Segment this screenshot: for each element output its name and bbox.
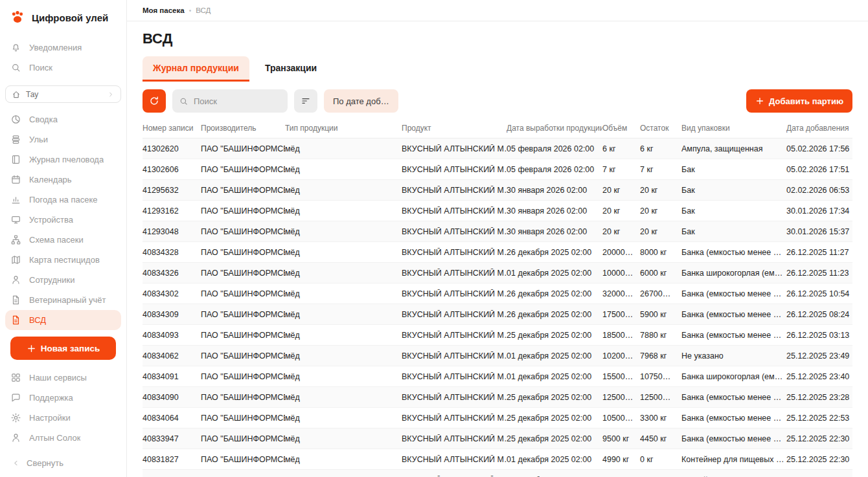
- sidebar-item-profile[interactable]: Алтын Солок: [0, 428, 126, 448]
- sidebar-item-settings[interactable]: Настройки: [0, 408, 126, 428]
- cell-added: 26.12.2025 08:24: [786, 310, 852, 319]
- sidebar-item-label: Карта пестицидов: [29, 255, 100, 265]
- cell-remainder: 4450 кг: [640, 434, 681, 443]
- cell-remainder: 20 кг: [640, 227, 681, 236]
- sidebar-item-scheme[interactable]: Схема пасеки: [0, 230, 126, 250]
- cell-remainder: 8000 кг: [640, 248, 681, 257]
- product-journal-table: Номер записиПроизводительТип продукцииПр…: [143, 118, 852, 477]
- cell-id: 40834064: [143, 414, 201, 423]
- cell-volume: 7 кг: [602, 165, 640, 174]
- table-row[interactable]: 40834328ПАО "БАШИНФОРМСВЯЗ…мёдВКУСНЫЙ АЛ…: [143, 242, 852, 263]
- sidebar-item-vet-records[interactable]: Ветеринарный учёт: [0, 290, 126, 310]
- table-row[interactable]: 40834090ПАО "БАШИНФОРМСВЯЗ…мёдВКУСНЫЙ АЛ…: [143, 387, 852, 408]
- collapse-sidebar-button[interactable]: Свернуть: [0, 452, 126, 477]
- sidebar-item-vsd[interactable]: ВСД: [5, 310, 121, 330]
- tabs: Журнал продукцииТранзакции: [143, 56, 852, 82]
- plus-icon: [27, 344, 36, 353]
- table-row[interactable]: 40834326ПАО "БАШИНФОРМСВЯЗ…мёдВКУСНЫЙ АЛ…: [143, 263, 852, 283]
- cell-id: 40834328: [143, 248, 201, 257]
- refresh-button[interactable]: [143, 89, 166, 113]
- sidebar-item-support[interactable]: Поддержка: [0, 388, 126, 408]
- sidebar-item-search[interactable]: Поиск: [0, 58, 126, 78]
- cell-volume: 9500 кг: [602, 434, 640, 443]
- cell-manufacturer: ПАО "БАШИНФОРМСВЯЗ…: [201, 393, 285, 402]
- cell-added: 26.12.2025 03:13: [786, 331, 852, 340]
- sidebar-item-label: Алтын Солок: [29, 433, 80, 443]
- cell-packaging: Банка (емкостью менее …: [681, 393, 786, 402]
- cell-packaging: Банка (емкостью менее …: [681, 434, 786, 443]
- sidebar-item-label: Календарь: [29, 175, 72, 184]
- sort-field-chip[interactable]: По дате доб…: [324, 89, 398, 113]
- cell-volume: 18500…: [602, 331, 640, 340]
- table-row[interactable]: 40834091ПАО "БАШИНФОРМСВЯЗ…мёдВКУСНЫЙ АЛ…: [143, 366, 852, 387]
- table-row[interactable]: 40834309ПАО "БАШИНФОРМСВЯЗ…мёдВКУСНЫЙ АЛ…: [143, 304, 852, 325]
- cell-manufacturer: ПАО "БАШИНФОРМСВЯЗ…: [201, 206, 285, 216]
- cell-packaging: Банка широкогорлая (ем…: [681, 269, 786, 278]
- cell-remainder: 7880 кг: [640, 331, 681, 340]
- cell-volume: 20000…: [602, 248, 640, 257]
- cell-produced: 25 декабря 2025 02:00: [507, 434, 602, 443]
- cell-type: мёд: [285, 351, 402, 361]
- cell-type: мёд: [285, 227, 402, 236]
- tab-production-journal[interactable]: Журнал продукции: [143, 56, 249, 82]
- sidebar-item-weather[interactable]: Погода на пасеке: [0, 190, 126, 210]
- table-row[interactable]: 41295632ПАО "БАШИНФОРМСВЯЗ…мёдВКУСНЫЙ АЛ…: [143, 180, 852, 201]
- cell-volume: 15500…: [602, 372, 640, 381]
- search-input[interactable]: [194, 96, 281, 106]
- table-row[interactable]: 40834302ПАО "БАШИНФОРМСВЯЗ…мёдВКУСНЫЙ АЛ…: [143, 283, 852, 304]
- workspace-selector[interactable]: Тау: [5, 85, 121, 103]
- sidebar-item-calendar[interactable]: Календарь: [0, 170, 126, 190]
- cell-manufacturer: ПАО "БАШИНФОРМСВЯЗ…: [201, 289, 285, 298]
- cell-produced: 26 декабря 2025 02:00: [507, 310, 602, 319]
- sidebar-item-devices[interactable]: Устройства: [0, 210, 126, 230]
- table-row[interactable]: 40834093ПАО "БАШИНФОРМСВЯЗ…мёдВКУСНЫЙ АЛ…: [143, 325, 852, 346]
- cell-added: 30.01.2026 15:37: [786, 227, 852, 236]
- cell-product: ВКУСНЫЙ АЛТЫНСКИЙ М…: [402, 414, 507, 423]
- cell-type: мёд: [285, 372, 402, 381]
- app-logo[interactable]: Цифровой улей: [0, 6, 126, 28]
- table-row[interactable]: 40833947ПАО "БАШИНФОРМСВЯЗ…мёдВКУСНЫЙ АЛ…: [143, 428, 852, 449]
- gear-icon: [10, 412, 21, 423]
- sidebar-item-hives[interactable]: Ульи: [0, 129, 126, 150]
- sidebar-item-journal[interactable]: Журнал пчеловода: [0, 150, 126, 170]
- cell-produced: 05 февраля 2026 02:00: [507, 165, 602, 174]
- table-row[interactable]: 40834062ПАО "БАШИНФОРМСВЯЗ…мёдВКУСНЫЙ АЛ…: [143, 346, 852, 366]
- cell-remainder: 7968 кг: [640, 351, 681, 361]
- table-row[interactable]: 40831677ПАО "БАШИНФОРМСВЯЗ…мёдВКУСНЫЙ АЛ…: [143, 470, 852, 477]
- table-row[interactable]: 41293048ПАО "БАШИНФОРМСВЯЗ…мёдВКУСНЫЙ АЛ…: [143, 221, 852, 242]
- cell-type: мёд: [285, 144, 402, 153]
- sidebar-top-list: УведомленияПоиск: [0, 38, 126, 78]
- sidebar-item-pesticide-map[interactable]: Карта пестицидов: [0, 250, 126, 270]
- cell-type: мёд: [285, 206, 402, 216]
- table-row[interactable]: 40831827ПАО "БАШИНФОРМСВЯЗ…мёдВКУСНЫЙ АЛ…: [143, 449, 852, 470]
- sidebar-bottom-list: Наши сервисыПоддержкаНастройкиАлтын Соло…: [0, 368, 126, 448]
- search-box[interactable]: [172, 89, 288, 113]
- table-row[interactable]: 40834064ПАО "БАШИНФОРМСВЯЗ…мёдВКУСНЫЙ АЛ…: [143, 408, 852, 428]
- collapse-label: Свернуть: [27, 458, 63, 468]
- add-batch-button[interactable]: Добавить партию: [746, 89, 852, 113]
- table-row[interactable]: 41302606ПАО "БАШИНФОРМСВЯЗ…мёдВКУСНЫЙ АЛ…: [143, 159, 852, 180]
- cell-volume: 20 кг: [602, 186, 640, 195]
- cell-packaging: Банка (емкостью менее …: [681, 414, 786, 423]
- cell-produced: 01 декабря 2025 02:00: [507, 455, 602, 464]
- cell-type: мёд: [285, 165, 402, 174]
- cell-id: 40834326: [143, 269, 201, 278]
- sidebar-item-summary[interactable]: Сводка: [0, 109, 126, 129]
- table-row[interactable]: 41302620ПАО "БАШИНФОРМСВЯЗ…мёдВКУСНЫЙ АЛ…: [143, 139, 852, 159]
- cell-product: ВКУСНЫЙ АЛТЫНСКИЙ М…: [402, 331, 507, 340]
- main-area: Моя пасека • ВСД ВСД Журнал продукцииТра…: [127, 0, 868, 477]
- column-header-volume: Объём: [602, 124, 640, 133]
- new-record-button[interactable]: Новая запись: [10, 337, 116, 360]
- sidebar-item-staff[interactable]: Сотрудники: [0, 270, 126, 290]
- cell-remainder: 6 кг: [640, 144, 681, 153]
- cell-type: мёд: [285, 414, 402, 423]
- tab-transactions[interactable]: Транзакции: [255, 56, 327, 82]
- sidebar-item-notifications[interactable]: Уведомления: [0, 38, 126, 58]
- breadcrumb-my-apiary[interactable]: Моя пасека: [143, 6, 185, 14]
- sort-button[interactable]: [294, 89, 317, 113]
- sidebar-item-label: Поиск: [29, 63, 52, 72]
- cell-id: 41293048: [143, 227, 201, 236]
- chevron-right-icon: [107, 91, 115, 98]
- table-row[interactable]: 41293162ПАО "БАШИНФОРМСВЯЗ…мёдВКУСНЫЙ АЛ…: [143, 201, 852, 221]
- sidebar-item-services[interactable]: Наши сервисы: [0, 368, 126, 388]
